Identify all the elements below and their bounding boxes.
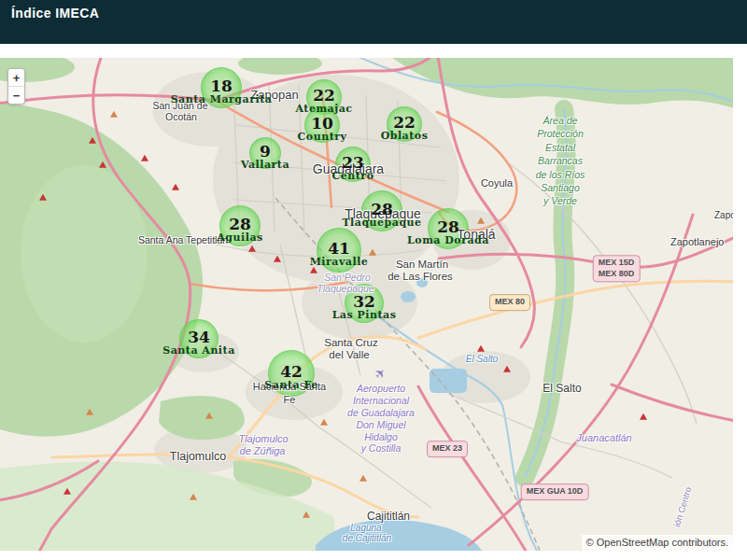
peak-icon <box>63 488 71 495</box>
peak-icon <box>39 194 47 201</box>
peak-icon <box>320 419 328 426</box>
map-label: Don Miguel <box>356 420 405 430</box>
station-value: 28 <box>371 202 393 217</box>
station-name: Country <box>298 132 347 142</box>
station-value: 28 <box>437 219 459 235</box>
attribution-copyright: © <box>586 537 597 548</box>
station-name: Miravalle <box>310 257 369 267</box>
map-overlay: ✈ZapopanGuadalajaraTlaquepaqueTonaláCoyu… <box>0 58 733 551</box>
station-value: 18 <box>210 78 233 94</box>
station-name: Santa Fe <box>264 380 317 390</box>
station-name: Loma Dorada <box>407 235 489 245</box>
station-value: 22 <box>313 88 335 104</box>
peak-icon <box>205 413 213 419</box>
peak-icon <box>503 366 511 372</box>
map-label: Área de <box>543 116 578 126</box>
map-label: Ocotán <box>165 112 197 122</box>
station-value: 22 <box>393 115 416 131</box>
peak-icon <box>99 161 106 168</box>
peak-icon <box>274 256 281 262</box>
map-label: Santa Ana Tepetitlán <box>138 235 228 245</box>
map-label: Tlajomulco <box>238 434 288 444</box>
peak-icon <box>86 409 93 415</box>
station-name: Las Pintas <box>332 310 397 320</box>
page-title: Índice IMECA <box>11 6 99 21</box>
peak-icon <box>89 137 96 144</box>
road-shield: MEX 15DMEX 80D <box>593 255 641 282</box>
peak-icon <box>190 494 197 500</box>
map-label: Zapot <box>714 211 733 220</box>
station-value: 10 <box>311 116 333 132</box>
map-label: Estatal <box>545 143 575 153</box>
zoom-in-button[interactable]: + <box>8 69 24 86</box>
station-name: Santa Margarita <box>171 94 273 105</box>
peak-icon <box>477 217 485 224</box>
attribution: © OpenStreetMap contributors. <box>582 535 733 551</box>
station-name: Centro <box>332 171 374 181</box>
peak-icon <box>477 345 485 352</box>
map-label: y Verde <box>543 196 577 206</box>
peak-icon <box>640 413 647 420</box>
airport-icon: ✈ <box>371 364 389 383</box>
road-shield: MEX 80 <box>489 294 530 311</box>
map-label: San Pedro <box>324 273 371 283</box>
peak-icon <box>248 245 256 252</box>
map-label: de Las Flores <box>388 272 453 283</box>
map-label: Internacional <box>353 396 409 406</box>
station-value: 34 <box>188 329 210 345</box>
app-header: Índice IMECA <box>0 0 747 44</box>
map-label: El Salto <box>543 383 581 394</box>
map-label: ión Centro <box>672 486 693 528</box>
station-name: Vallarta <box>241 160 289 170</box>
map-label: del Valle <box>329 350 369 361</box>
map-label: Zapotlanejo <box>670 237 725 247</box>
peak-icon <box>359 475 367 482</box>
map-label: Fe <box>284 395 296 405</box>
peak-icon <box>172 184 179 190</box>
station-name: Aguilas <box>217 232 262 243</box>
map-label: de Guadalajara <box>347 408 415 418</box>
map-label: San Martín <box>396 259 448 271</box>
map-label: de los Ríos <box>536 170 585 180</box>
map-label: Barrancas <box>538 156 583 166</box>
road-shield: MEX 23 <box>427 441 468 457</box>
map-label: Santiago <box>541 183 579 193</box>
station-value: 23 <box>342 155 364 171</box>
map-label: Laguna <box>350 524 381 533</box>
map-label: y Costilla <box>361 443 402 454</box>
map-label: Aeropuerto <box>357 384 405 394</box>
map-label: Coyula <box>481 178 513 189</box>
station-value: 32 <box>353 294 375 310</box>
map-label: Santa Cruz <box>324 338 378 349</box>
map-label: Tlajomulco <box>170 451 226 463</box>
map-label: Protección <box>537 129 584 139</box>
road-shield: MEX GUA 10D <box>521 483 589 500</box>
zoom-control: + − <box>7 68 25 105</box>
peak-icon <box>141 155 148 161</box>
attribution-suffix: contributors. <box>669 537 728 548</box>
map-label: Hidalgo <box>364 432 398 442</box>
map-label: de Zúñiga <box>240 446 286 456</box>
attribution-osm-link[interactable]: OpenStreetMap <box>597 537 669 548</box>
zoom-out-button[interactable]: − <box>8 86 24 104</box>
peak-icon <box>310 267 317 273</box>
station-value: 42 <box>280 364 303 380</box>
peak-icon <box>369 249 376 256</box>
peak-icon <box>303 511 310 518</box>
station-name: Oblatos <box>381 131 429 141</box>
station-name: Tlaquepaque <box>342 217 421 228</box>
map-label: El Salto <box>466 355 498 364</box>
map-label: Juanacatlán <box>576 433 631 443</box>
station-name: Santa Anita <box>162 345 235 356</box>
map-label: Cajititlán <box>367 511 410 522</box>
station-name: Atemajac <box>296 104 353 114</box>
station-value: 41 <box>328 241 350 257</box>
station-value: 9 <box>260 144 271 160</box>
station-value: 28 <box>229 217 251 232</box>
peak-icon <box>110 111 118 118</box>
map-label: de Cajititlán <box>343 534 391 543</box>
map[interactable]: ✈ZapopanGuadalajaraTlaquepaqueTonaláCoyu… <box>0 58 733 551</box>
